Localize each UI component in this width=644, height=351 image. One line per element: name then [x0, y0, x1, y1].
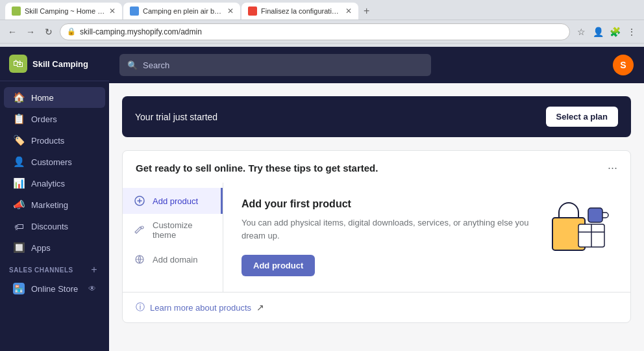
sidebar-item-discounts[interactable]: 🏷 Discounts — [4, 216, 105, 237]
tip-item-add-product[interactable]: Add product — [123, 188, 223, 214]
home-icon: 🏠 — [13, 92, 25, 103]
cursor-indicator: ↗ — [256, 302, 264, 313]
address-bar[interactable]: 🔒 skill-camping.myshopify.com/admin — [60, 23, 570, 40]
online-store-label: Online Store — [31, 284, 78, 294]
main-content: Your trial just started Select a plan Ge… — [109, 83, 644, 351]
svg-rect-5 — [588, 208, 602, 222]
sidebar-item-marketing[interactable]: 📣 Marketing — [4, 194, 105, 215]
add-domain-icon — [133, 253, 146, 266]
tab-gmail[interactable]: Finalisez la configuration de vo... ✕ — [242, 3, 358, 20]
search-placeholder: Search — [143, 60, 169, 70]
sidebar-item-apps[interactable]: 🔲 Apps — [4, 237, 105, 258]
sidebar-item-marketing-label: Marketing — [31, 200, 68, 210]
analytics-icon: 📊 — [13, 177, 25, 189]
tip-item-add-product-label: Add product — [153, 196, 198, 206]
camping-favicon — [130, 6, 139, 16]
customers-icon: 👤 — [13, 156, 25, 168]
select-plan-button[interactable]: Select a plan — [546, 107, 618, 127]
sales-channels-label: SALES CHANNELS + — [0, 259, 109, 278]
shopify-app: 🛍 Skill Camping 🏠 Home 📋 Orders 🏷️ Produ… — [0, 47, 644, 351]
discounts-icon: 🏷 — [13, 220, 25, 232]
back-button[interactable]: ← — [5, 25, 19, 39]
tip-item-customize-theme[interactable]: Customize theme — [123, 214, 223, 246]
menu-icon[interactable]: ⋮ — [625, 25, 639, 39]
sidebar-item-customers[interactable]: 👤 Customers — [4, 151, 105, 172]
products-icon: 🏷️ — [13, 135, 25, 146]
tab-shopify-close[interactable]: ✕ — [109, 6, 116, 16]
address-text: skill-camping.myshopify.com/admin — [80, 27, 202, 36]
sidebar-item-customers-label: Customers — [31, 157, 72, 167]
tips-footer: ⓘ Learn more about products ↗ — [123, 292, 630, 322]
shopify-favicon — [12, 6, 21, 16]
sidebar-item-analytics[interactable]: 📊 Analytics — [4, 173, 105, 194]
tips-card-header: Get ready to sell online. Try these tips… — [123, 151, 630, 183]
apps-icon: 🔲 — [13, 242, 25, 254]
tip-item-add-domain-label: Add domain — [153, 255, 197, 265]
sidebar-item-discounts-label: Discounts — [31, 222, 68, 231]
shopify-header: 🔍 Search S — [109, 47, 644, 83]
tips-card: Get ready to sell online. Try these tips… — [122, 150, 631, 323]
forward-button[interactable]: → — [23, 25, 38, 39]
tips-content: Add your first product You can add physi… — [223, 183, 630, 292]
tip-item-add-domain[interactable]: Add domain — [123, 246, 223, 272]
sidebar-nav: 🏠 Home 📋 Orders 🏷️ Products 👤 Customers … — [0, 81, 109, 351]
tips-text: Add your first product You can add physi… — [242, 198, 534, 276]
sidebar-header: 🛍 Skill Camping — [0, 47, 109, 81]
new-tab-button[interactable]: + — [360, 5, 373, 17]
tips-sidebar: Add product Customize theme — [123, 183, 223, 292]
tab-camping-title: Camping en plein air batterie de... — [143, 7, 223, 15]
search-icon: 🔍 — [127, 60, 138, 70]
tab-gmail-close[interactable]: ✕ — [345, 6, 352, 16]
tips-content-desc: You can add physical items, digital down… — [242, 216, 534, 242]
tab-camping[interactable]: Camping en plein air batterie de... ✕ — [123, 3, 240, 20]
tab-gmail-title: Finalisez la configuration de vo... — [261, 7, 341, 15]
gmail-favicon — [248, 6, 257, 16]
tip-item-customize-theme-label: Customize theme — [153, 220, 212, 240]
orders-icon: 📋 — [13, 113, 25, 125]
tab-camping-close[interactable]: ✕ — [227, 6, 234, 16]
sidebar-item-home-label: Home — [31, 93, 54, 103]
add-sales-channel-button[interactable]: + — [88, 264, 100, 276]
browser-chrome: Skill Camping ~ Home ~ Shopify ✕ Camping… — [0, 0, 644, 47]
user-avatar[interactable]: S — [613, 55, 634, 75]
sidebar-item-orders[interactable]: 📋 Orders — [4, 109, 105, 129]
extensions-icon[interactable]: 🧩 — [608, 25, 622, 39]
add-product-button[interactable]: Add product — [242, 255, 315, 276]
sidebar: 🛍 Skill Camping 🏠 Home 📋 Orders 🏷️ Produ… — [0, 47, 109, 351]
shopify-logo: 🛍 — [9, 55, 27, 73]
sidebar-item-products-label: Products — [31, 136, 64, 146]
nav-icons: ☆ 👤 🧩 ⋮ — [574, 25, 639, 39]
learn-more-icon: ⓘ — [136, 302, 145, 313]
sidebar-item-home[interactable]: 🏠 Home — [4, 87, 105, 108]
marketing-icon: 📣 — [13, 199, 25, 211]
trial-text: Your trial just started — [135, 112, 217, 122]
sidebar-item-products[interactable]: 🏷️ Products — [4, 130, 105, 151]
online-store-icon: 🏪 — [13, 283, 25, 294]
tips-card-title: Get ready to sell online. Try these tips… — [136, 162, 378, 174]
tips-illustration — [547, 198, 612, 257]
tab-shopify-title: Skill Camping ~ Home ~ Shopify — [25, 7, 105, 15]
nav-bar: ← → ↻ 🔒 skill-camping.myshopify.com/admi… — [0, 20, 644, 43]
reload-button[interactable]: ↻ — [42, 25, 56, 39]
tab-bar: Skill Camping ~ Home ~ Shopify ✕ Camping… — [0, 0, 644, 20]
tips-content-title: Add your first product — [242, 198, 534, 210]
channel-visibility-button[interactable]: 👁 — [88, 284, 96, 293]
customize-theme-icon — [133, 224, 146, 237]
search-bar[interactable]: 🔍 Search — [119, 54, 431, 76]
sidebar-item-analytics-label: Analytics — [31, 179, 65, 188]
sidebar-channel-online-store[interactable]: 🏪 Online Store 👁 — [4, 279, 105, 298]
tab-shopify[interactable]: Skill Camping ~ Home ~ Shopify ✕ — [5, 3, 122, 20]
profile-icon[interactable]: 👤 — [591, 25, 605, 39]
tips-content-inner: Add your first product You can add physi… — [242, 198, 612, 276]
tips-more-button[interactable]: ··· — [608, 161, 617, 175]
learn-more-link[interactable]: Learn more about products — [150, 303, 251, 313]
bookmark-icon[interactable]: ☆ — [574, 25, 588, 39]
tips-layout: Add product Customize theme — [123, 183, 630, 292]
store-name: Skill Camping — [32, 59, 88, 69]
sidebar-item-orders-label: Orders — [31, 114, 57, 124]
lock-icon: 🔒 — [67, 27, 76, 36]
trial-banner: Your trial just started Select a plan — [122, 96, 631, 137]
sidebar-item-apps-label: Apps — [31, 243, 51, 253]
add-product-icon — [133, 194, 146, 207]
